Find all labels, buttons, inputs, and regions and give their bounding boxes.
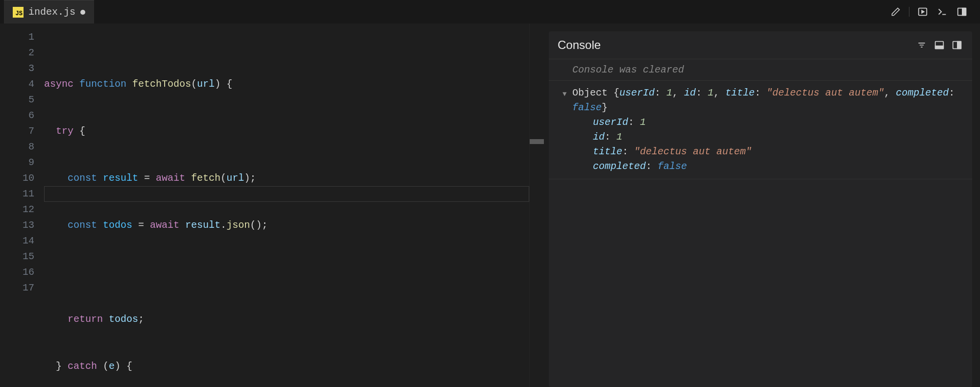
summary-key: title <box>725 87 755 98</box>
edit-icon[interactable] <box>889 5 902 18</box>
console-title: Console <box>558 38 601 52</box>
token: function <box>79 78 126 90</box>
token: ; <box>138 314 144 325</box>
line-number: 4 <box>0 76 34 92</box>
code-editor[interactable]: async function fetchTodos(url) { try { c… <box>44 24 529 387</box>
token: } <box>56 361 68 372</box>
token: url <box>197 78 215 90</box>
console-panel: Console Console was cleared ▼ Object {us… <box>549 31 972 387</box>
console-pane: Console Console was cleared ▼ Object {us… <box>544 24 980 387</box>
token: catch <box>68 361 97 372</box>
terminal-icon[interactable] <box>936 5 949 18</box>
token: const <box>68 172 97 184</box>
token: (); <box>250 219 268 231</box>
tab-bar: JS index.js <box>0 0 94 24</box>
token: try <box>56 125 74 137</box>
line-number: 9 <box>0 155 34 170</box>
token: json <box>226 219 250 231</box>
object-property: title: "delectus aut autem" <box>572 145 960 159</box>
token: result <box>103 172 138 184</box>
token: const <box>68 219 97 231</box>
editor-pane: 1 2 3 4 5 6 7 8 9 10 11 12 13 14 15 16 1… <box>0 24 544 387</box>
title-bar: JS index.js <box>0 0 980 24</box>
svg-rect-4 <box>962 8 966 16</box>
unsaved-indicator-icon <box>80 10 85 15</box>
token: ( <box>97 361 109 372</box>
summary-value: "delectus aut autem" <box>766 87 884 98</box>
token: await <box>150 219 179 231</box>
line-number: 15 <box>0 249 34 265</box>
token: ); <box>244 172 256 184</box>
token: ) <box>215 78 220 90</box>
line-number: 3 <box>0 61 34 76</box>
token: await <box>156 172 185 184</box>
split-editor-icon[interactable] <box>956 5 968 18</box>
object-property: completed: false <box>572 159 960 174</box>
javascript-icon: JS <box>13 7 24 18</box>
line-number: 2 <box>0 45 34 61</box>
line-number: 8 <box>0 139 34 155</box>
panel-bottom-icon[interactable] <box>933 39 946 51</box>
tab-indexjs[interactable]: JS index.js <box>4 0 94 24</box>
token: url <box>226 172 244 184</box>
line-number: 13 <box>0 218 34 233</box>
console-cleared-message: Console was cleared <box>549 59 972 81</box>
console-header: Console <box>549 31 972 59</box>
token: { <box>74 125 85 137</box>
line-number: 5 <box>0 92 34 108</box>
line-number: 1 <box>0 29 34 45</box>
line-number-gutter: 1 2 3 4 5 6 7 8 9 10 11 12 13 14 15 16 1… <box>0 24 44 387</box>
token: ( <box>191 78 197 90</box>
active-line-highlight <box>44 186 529 202</box>
token: e <box>109 361 115 372</box>
token: todos <box>103 219 132 231</box>
console-log-entry[interactable]: ▼ Object {userId: 1, id: 1, title: "dele… <box>549 81 972 179</box>
summary-key: id <box>684 87 696 98</box>
summary-value: 1 <box>708 87 713 98</box>
token: { <box>220 78 232 90</box>
token: todos <box>103 314 138 325</box>
token: = <box>132 219 150 231</box>
summary-key: userId <box>619 87 655 98</box>
line-number: 7 <box>0 123 34 139</box>
editor-actions <box>889 5 980 18</box>
expand-arrow-icon[interactable]: ▼ <box>563 87 566 101</box>
minimap[interactable] <box>529 24 544 387</box>
token: ( <box>220 172 226 184</box>
summary-value: false <box>572 102 602 113</box>
summary-key: completed <box>896 87 949 98</box>
play-icon[interactable] <box>916 5 929 18</box>
object-label: Object <box>572 87 608 98</box>
svg-marker-1 <box>922 10 924 13</box>
tab-filename: index.js <box>28 6 75 18</box>
svg-rect-11 <box>957 42 961 49</box>
object-property: userId: 1 <box>572 115 960 130</box>
line-number: 10 <box>0 170 34 186</box>
console-actions <box>915 39 963 51</box>
panel-right-icon[interactable] <box>951 39 963 51</box>
line-number: 11 <box>0 186 34 202</box>
line-number: 6 <box>0 108 34 123</box>
summary-value: 1 <box>666 87 672 98</box>
token: ) { <box>115 361 132 372</box>
filter-icon[interactable] <box>915 39 928 51</box>
token: = <box>138 172 156 184</box>
token: return <box>68 314 103 325</box>
separator <box>909 7 909 17</box>
token: async <box>44 78 74 90</box>
line-number: 14 <box>0 233 34 249</box>
token: fetchTodos <box>132 78 191 90</box>
minimap-viewport[interactable] <box>530 139 544 144</box>
object-property: id: 1 <box>572 130 960 145</box>
main-area: 1 2 3 4 5 6 7 8 9 10 11 12 13 14 15 16 1… <box>0 24 980 387</box>
line-number: 17 <box>0 280 34 296</box>
token: . <box>220 219 226 231</box>
svg-rect-9 <box>935 46 944 49</box>
line-number: 16 <box>0 265 34 280</box>
token: result <box>179 219 220 231</box>
line-number: 12 <box>0 202 34 218</box>
token: fetch <box>185 172 220 184</box>
